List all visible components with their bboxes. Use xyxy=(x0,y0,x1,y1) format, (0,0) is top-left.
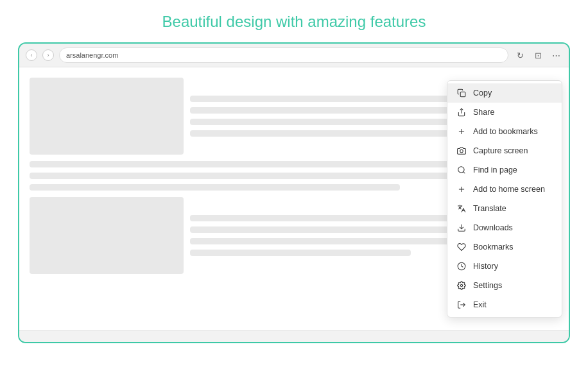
skeleton-line xyxy=(190,119,485,125)
browser-toolbar: ‹ › arsalanengr.com ↻ ⊡ ⋯ xyxy=(19,44,569,67)
menu-item-downloads[interactable]: Downloads xyxy=(447,218,562,237)
url-text: arsalanengr.com xyxy=(66,51,118,59)
menu-item-label-copy: Copy xyxy=(473,89,492,98)
plus-icon xyxy=(456,184,467,194)
more-button[interactable]: ⋯ xyxy=(549,49,562,62)
browser-content: CopyShareAdd to bookmarksCapture screenF… xyxy=(19,67,569,330)
context-menu: CopyShareAdd to bookmarksCapture screenF… xyxy=(447,80,562,318)
menu-item-share[interactable]: Share xyxy=(447,103,562,122)
download-icon xyxy=(456,223,467,233)
skeleton-block-2 xyxy=(30,197,184,274)
menu-item-capture[interactable]: Capture screen xyxy=(447,141,562,160)
gear-icon xyxy=(456,280,467,291)
exit-icon xyxy=(456,300,467,310)
menu-item-label-downloads: Downloads xyxy=(473,223,513,232)
menu-item-label-share: Share xyxy=(473,108,494,117)
menu-item-bookmarks[interactable]: Bookmarks xyxy=(447,237,562,257)
menu-item-exit[interactable]: Exit xyxy=(447,295,562,314)
svg-point-5 xyxy=(458,167,464,173)
menu-item-label-add-bookmarks: Add to bookmarks xyxy=(473,127,538,136)
bookmark-button[interactable]: ⊡ xyxy=(532,49,544,62)
menu-item-label-settings: Settings xyxy=(473,281,502,290)
menu-item-add-bookmarks[interactable]: Add to bookmarks xyxy=(447,122,562,141)
page-title: Beautiful design with amazing features xyxy=(162,13,426,31)
plus-icon xyxy=(456,126,467,137)
copy-icon xyxy=(456,88,467,98)
toolbar-icons: ↻ ⊡ ⋯ xyxy=(514,49,562,62)
skeleton-line xyxy=(30,184,400,191)
menu-item-label-bookmarks: Bookmarks xyxy=(473,243,514,251)
menu-item-translate[interactable]: Translate xyxy=(447,199,562,218)
skeleton-line xyxy=(190,250,411,256)
menu-item-label-history: History xyxy=(473,262,498,271)
skeleton-block-1 xyxy=(30,78,184,155)
back-button[interactable]: ‹ xyxy=(26,49,37,61)
svg-line-6 xyxy=(463,172,465,174)
menu-item-settings[interactable]: Settings xyxy=(447,276,562,295)
bookmark-icon xyxy=(456,242,467,252)
address-bar[interactable]: arsalanengr.com xyxy=(59,47,508,63)
menu-item-label-add-home: Add to home screen xyxy=(473,185,545,194)
svg-point-4 xyxy=(460,149,463,153)
svg-point-11 xyxy=(460,284,463,287)
svg-rect-0 xyxy=(460,92,465,97)
menu-item-add-home[interactable]: Add to home screen xyxy=(447,180,562,199)
menu-item-copy[interactable]: Copy xyxy=(447,83,562,103)
forward-button[interactable]: › xyxy=(42,49,54,61)
browser-frame: ‹ › arsalanengr.com ↻ ⊡ ⋯ xyxy=(18,42,570,343)
menu-item-label-exit: Exit xyxy=(473,300,487,309)
menu-item-history[interactable]: History xyxy=(447,257,562,276)
refresh-button[interactable]: ↻ xyxy=(514,49,526,62)
clock-icon xyxy=(456,261,467,271)
menu-item-find[interactable]: Find in page xyxy=(447,160,562,180)
camera-icon xyxy=(456,146,467,156)
share-icon xyxy=(456,107,467,117)
menu-item-label-find: Find in page xyxy=(473,166,517,175)
search-icon xyxy=(456,165,467,175)
browser-statusbar xyxy=(19,330,569,342)
menu-item-label-capture: Capture screen xyxy=(473,146,528,155)
menu-item-label-translate: Translate xyxy=(473,204,506,213)
skeleton-line xyxy=(30,173,506,179)
translate-icon xyxy=(456,203,467,214)
